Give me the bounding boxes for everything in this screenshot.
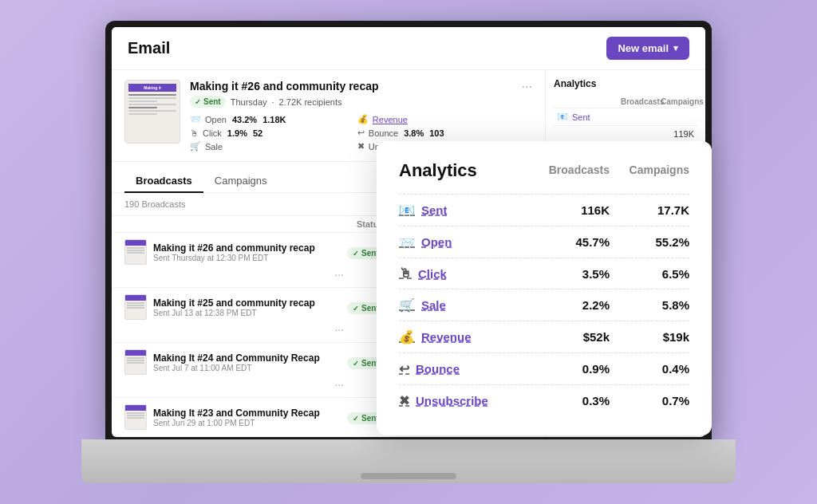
broadcast-info: Making it #26 and community recap Sent T… [124,239,344,265]
broadcast-name: Making It #24 and Community Recap [153,352,320,364]
analytics-row-icon: 📧 [557,112,568,122]
ac-row-icon: ✖ [399,393,409,408]
analytics-broadcasts-val: 119K [554,125,697,142]
broadcast-name: Making it #25 and community recap [153,297,315,309]
stat-bounce: ↩ Bounce 3.8% 103 [357,128,512,138]
ac-row: ↩ Bounce 0.9% 0.4% [399,352,689,384]
ac-row-icon: ↩ [399,361,409,376]
ac-row-icon: 🖱 [399,266,412,281]
ac-row-label[interactable]: ↩ Bounce [399,361,530,376]
thumb-line [128,97,176,99]
ac-row-icon: 📨 [399,234,415,250]
ac-row-label[interactable]: ✖ Unsubscribe [399,393,530,408]
ac-row-broadcasts: 3.5% [530,267,610,281]
broadcast-name: Making it #26 and community recap [153,242,315,254]
ac-row-label[interactable]: 💰 Revenue [399,329,530,345]
analytics-label[interactable]: 📧 Sent [554,108,697,125]
broadcast-row-menu[interactable]: ··· [124,323,344,336]
ac-row-label[interactable]: 🖱 Click [399,266,530,281]
featured-day: Thursday [231,97,267,107]
page-title: Email [128,39,170,57]
ac-title: Analytics [399,160,477,181]
revenue-icon: 💰 [357,114,369,124]
broadcast-name: Making It #23 and Community Recap [153,408,320,419]
ac-row-campaigns: 0.4% [610,362,689,376]
stat-click: 🖱 Click 1.9% 52 [190,128,345,138]
open-icon: 📨 [190,114,201,124]
sale-icon: 🛒 [190,141,201,152]
ac-row: 📧 Sent 116K 17.7K [399,194,689,226]
broadcast-row-menu[interactable]: ··· [124,433,344,437]
broadcast-row-menu[interactable]: ··· [124,378,344,391]
ac-row-broadcasts: $52k [530,330,610,344]
app-header: Email New email [112,27,705,70]
broadcast-info: Making It #23 and Community Recap Sent J… [124,404,344,430]
stat-sale: 🛒 Sale [190,141,345,152]
ac-row-campaigns: 5.8% [610,298,689,312]
analytics-col-campaigns: Campaigns [657,96,697,108]
ac-row-label[interactable]: 🛒 Sale [399,297,530,313]
broadcast-date: Sent Jun 29 at 1:00 PM EDT [153,419,320,427]
ac-row-icon: 💰 [399,329,415,345]
analytics-card: Analytics Broadcasts Campaigns 📧 Sent 11… [377,141,712,435]
ac-row: 🛒 Sale 2.2% 5.8% [399,289,689,321]
tab-campaigns[interactable]: Campaigns [203,170,278,193]
featured-menu-icon[interactable]: ··· [522,80,532,94]
analytics-panel-title: Analytics [554,78,697,89]
new-email-button[interactable]: New email [606,37,689,60]
sent-badge: Sent [190,96,226,108]
thumbnail-header-bar: Making it [128,84,176,92]
thumbnail-lines [128,94,176,116]
ac-row-broadcasts: 2.2% [530,298,610,312]
stat-revenue[interactable]: 💰 Revenue [357,114,512,124]
tab-broadcasts[interactable]: Broadcasts [124,170,203,193]
featured-meta: Sent Thursday · 2.72K recipients [190,96,512,108]
bounce-icon: ↩ [357,128,365,138]
ac-row-broadcasts: 0.9% [530,362,610,376]
featured-recipients: 2.72K recipients [279,97,342,107]
analytics-col-headers: Broadcasts Campaigns [554,96,697,108]
analytics-col-broadcasts: Broadcasts [618,96,657,108]
ac-row-label[interactable]: 📨 Open [399,234,530,250]
ac-row: 🖱 Click 3.5% 6.5% [399,258,689,289]
ac-header: Analytics Broadcasts Campaigns [399,160,689,181]
stat-open: 📨 Open 43.2% 1.18K [190,114,345,124]
thumb-line [128,113,157,115]
laptop-wrapper: Email New email Making it [81,21,736,483]
ac-row-broadcasts: 45.7% [530,235,610,249]
broadcast-thumb [124,294,147,320]
ac-row-broadcasts: 0.3% [530,394,610,408]
ac-row-label[interactable]: 📧 Sent [399,203,530,218]
ac-col-broadcasts: Broadcasts [530,163,610,176]
ac-col-headers: Broadcasts Campaigns [530,163,689,181]
broadcast-date: Sent Jul 13 at 12:38 PM EDT [153,309,315,317]
ac-col-campaigns: Campaigns [610,163,689,176]
thumb-line [128,107,157,108]
thumb-line [128,94,176,96]
thumb-line [128,100,157,102]
featured-thumbnail: Making it [124,80,180,144]
ac-row-campaigns: 17.7K [610,203,689,217]
thumb-line [128,110,176,112]
broadcast-date: Sent Jul 7 at 11:00 AM EDT [153,364,320,372]
broadcast-info: Making it #25 and community recap Sent J… [124,294,344,320]
ac-row-campaigns: 6.5% [610,267,689,281]
ac-row: ✖ Unsubscribe 0.3% 0.7% [399,384,689,416]
broadcast-date: Sent Thursday at 12:30 PM EDT [153,254,315,262]
ac-row: 📨 Open 45.7% 55.2% [399,226,689,258]
ac-row-campaigns: 0.7% [610,394,689,408]
broadcast-thumb [124,404,147,430]
ac-row: 💰 Revenue $52k $19k [399,321,689,352]
thumb-line [128,104,176,105]
broadcast-thumb [124,349,147,375]
ac-row-icon: 🛒 [399,297,415,313]
click-icon: 🖱 [190,128,199,138]
laptop-base [81,439,736,483]
broadcast-row-menu[interactable]: ··· [124,268,344,281]
broadcast-thumb [124,239,147,265]
unsub-icon: ✖ [357,141,365,152]
ac-row-icon: 📧 [399,203,415,218]
ac-row-broadcasts: 116K [530,203,610,217]
ac-row-campaigns: 55.2% [610,235,689,249]
ac-row-campaigns: $19k [610,330,689,344]
